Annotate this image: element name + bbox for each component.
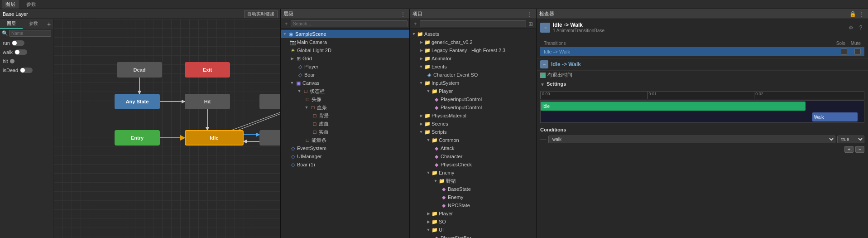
- hierarchy-item-statusbar[interactable]: ▼ □ 状态栏: [281, 87, 409, 95]
- tab-params[interactable]: 参数: [23, 19, 45, 29]
- inspector-settings-icon[interactable]: ⚙: [847, 24, 854, 31]
- param-isdead-toggle[interactable]: [20, 68, 33, 73]
- track-walk[interactable]: Walk: [812, 112, 858, 121]
- hierarchy-search-input[interactable]: [291, 20, 408, 27]
- mute-checkbox[interactable]: [854, 49, 861, 55]
- project-item-physicscheck[interactable]: ◆ PhysicsCheck: [410, 160, 536, 169]
- folder-label: 野猪: [446, 178, 456, 185]
- hierarchy-item-boar2[interactable]: ◇ Boar (1): [281, 160, 409, 169]
- hierarchy-item-grid[interactable]: ▶ ⊞ Grid: [281, 54, 409, 63]
- inspector-help-icon[interactable]: ?: [857, 24, 864, 31]
- project-folder-player-input[interactable]: ▼ 📁 Player: [410, 87, 536, 95]
- inspector-lock-icon[interactable]: 🔒: [849, 10, 856, 18]
- has-exit-time-checkbox[interactable]: [540, 73, 546, 78]
- project-folder-common[interactable]: ▼ 📁 Common: [410, 136, 536, 144]
- project-item-playerinput1[interactable]: ◆ PlayerInputControl: [410, 95, 536, 103]
- project-item-attack[interactable]: ◆ Attack: [410, 144, 536, 152]
- settings-toggle[interactable]: ▼ Settings: [540, 81, 864, 87]
- node-entry[interactable]: Entry: [115, 130, 160, 146]
- tab-params[interactable]: 参数: [23, 0, 40, 9]
- project-item-character[interactable]: ◆ Character: [410, 152, 536, 160]
- hierarchy-item-bg[interactable]: □ 背景: [281, 112, 409, 120]
- preview-icon: →: [540, 60, 548, 68]
- tab-layers[interactable]: 图层: [2, 0, 19, 9]
- hierarchy-item-player[interactable]: ◇ Player: [281, 63, 409, 71]
- expand-arrow: ▼: [426, 170, 431, 175]
- project-folder-scenes[interactable]: ▶ 📁 Scenes: [410, 120, 536, 128]
- hierarchy-item-uimanager[interactable]: ◇ UIManager: [281, 152, 409, 160]
- project-filter-icon[interactable]: ⊞: [527, 20, 534, 28]
- auto-link-button[interactable]: 自动实时链接: [244, 10, 278, 18]
- assets-label: Assets: [424, 31, 439, 37]
- project-folder-inputsystem[interactable]: ▼ 📁 InputSystem: [410, 79, 536, 87]
- project-folder-animator[interactable]: ▶ 📁 Animator: [410, 54, 536, 63]
- hierarchy-menu-icon[interactable]: ⋮: [399, 10, 407, 18]
- project-menu-icon[interactable]: ⋮: [526, 10, 533, 18]
- project-folder-so[interactable]: ▶ 📁 SO: [410, 218, 536, 226]
- project-folder-ui[interactable]: ▼ 📁 UI: [410, 226, 536, 234]
- project-add-icon[interactable]: +: [412, 20, 419, 28]
- hierarchy-item-eventsystem[interactable]: ◇ EventSystem: [281, 144, 409, 152]
- gameobject-icon: ◇: [297, 72, 303, 78]
- inspector-title-bar: → Idle -> Walk 1 AnimatorTransitionBase …: [537, 19, 868, 36]
- project-item-charso[interactable]: ◈ Character Event SO: [410, 71, 536, 79]
- project-folder-events[interactable]: ▼ 📁 Events: [410, 63, 536, 71]
- solo-checkbox[interactable]: [841, 49, 847, 55]
- project-item-playerinput2[interactable]: ◆ PlayerInputControl: [410, 103, 536, 112]
- hierarchy-item-maincamera[interactable]: 📷 Main Camera: [281, 38, 409, 46]
- param-hit: hit: [1, 57, 52, 66]
- condition-param-select[interactable]: walk: [548, 136, 835, 143]
- project-folder-generic[interactable]: ▶ 📁 generic_char_v0.2: [410, 38, 536, 46]
- node-walk[interactable]: Walk: [259, 130, 280, 146]
- hierarchy-add-icon[interactable]: +: [283, 20, 290, 28]
- hierarchy-item-globallight[interactable]: ☀ Global Light 2D: [281, 46, 409, 54]
- condition-value-select[interactable]: true: [837, 136, 864, 143]
- project-item-enemy[interactable]: ◆ Enemy: [410, 193, 536, 201]
- node-exit[interactable]: Exit: [185, 62, 230, 78]
- param-walk-toggle[interactable]: [14, 49, 27, 55]
- param-walk: walk: [1, 48, 52, 57]
- hierarchy-item-samplescene[interactable]: ▼ ◉ SampleScene: [281, 30, 409, 38]
- node-run[interactable]: Run: [259, 94, 280, 109]
- hierarchy-item-realhp[interactable]: □ 实血: [281, 128, 409, 136]
- project-folder-player2[interactable]: ▶ 📁 Player: [410, 209, 536, 218]
- param-run-toggle[interactable]: [12, 40, 24, 46]
- inspector-header: 检查器 🔒 ⋮: [537, 9, 868, 19]
- node-idle[interactable]: Idle: [185, 130, 244, 146]
- item-label: Character Event SO: [433, 72, 478, 78]
- scene-icon: ◉: [288, 31, 294, 37]
- params-add-button[interactable]: +: [45, 19, 53, 29]
- project-item-npcstate[interactable]: ◆ NPCState: [410, 201, 536, 209]
- gameobject-icon: ◇: [290, 154, 296, 160]
- hierarchy-item-boar[interactable]: ◇ Boar: [281, 71, 409, 79]
- tab-layers[interactable]: 图层: [0, 19, 23, 29]
- project-folder-physics[interactable]: ▶ 📁 PhysicsMaterial: [410, 112, 536, 120]
- solo-label: Solo: [836, 41, 845, 46]
- project-search-input[interactable]: [420, 20, 526, 27]
- hierarchy-item-canvas[interactable]: ▼ ▣ Canvas: [281, 79, 409, 87]
- conditions-remove-button[interactable]: −: [855, 146, 864, 153]
- graph-canvas[interactable]: Dead Exit Hit Run Any State Entry: [53, 19, 280, 238]
- hierarchy-item-healthbar[interactable]: ▼ □ 血条: [281, 103, 409, 112]
- param-hit-dot[interactable]: [10, 59, 14, 63]
- conditions-add-button[interactable]: +: [844, 146, 854, 153]
- hierarchy-item-energybar[interactable]: □ 能量条: [281, 136, 409, 144]
- track-idle[interactable]: Idle: [541, 102, 806, 111]
- folder-icon: 📁: [432, 219, 438, 225]
- project-item-basestate[interactable]: ◆ BaseState: [410, 185, 536, 193]
- inspector-menu-icon[interactable]: ⋮: [858, 10, 865, 18]
- param-search-input[interactable]: [9, 30, 51, 37]
- node-hit[interactable]: Hit: [185, 94, 230, 109]
- project-folder-scripts[interactable]: ▼ 📁 Scripts: [410, 128, 536, 136]
- node-anystate[interactable]: Any State: [115, 94, 160, 109]
- hierarchy-item-ghosthp[interactable]: □ 虚血: [281, 120, 409, 128]
- project-folder-legacy[interactable]: ▶ 📁 Legacy-Fantasy - High Forest 2.3: [410, 46, 536, 54]
- project-folder-enemy[interactable]: ▼ 📁 Enemy: [410, 169, 536, 177]
- node-dead[interactable]: Dead: [117, 62, 162, 78]
- project-folder-boar[interactable]: ▼ 📁 野猪: [410, 177, 536, 185]
- transition-item-idle-walk[interactable]: Idle -> Walk: [540, 47, 864, 56]
- project-item-playerstatbar[interactable]: ◆ PlayerStatBar: [410, 234, 536, 238]
- assets-root[interactable]: ▼ 📁 Assets: [410, 30, 536, 38]
- gameobject-icon: ◇: [297, 64, 303, 70]
- hierarchy-item-avatar[interactable]: □ 头像: [281, 95, 409, 103]
